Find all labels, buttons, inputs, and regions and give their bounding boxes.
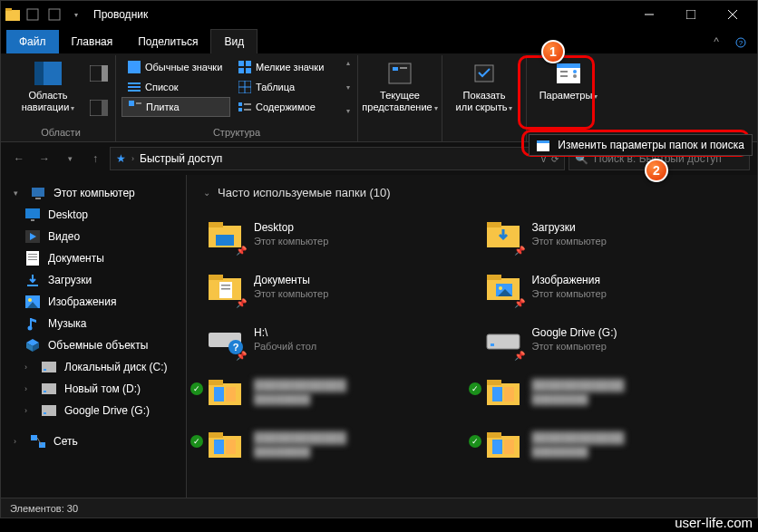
- sidebar-item-downloads[interactable]: Загрузки: [5, 269, 182, 291]
- folder-item[interactable]: ✓████████████████████: [481, 421, 742, 468]
- layout-normal[interactable]: Обычные значки: [121, 57, 230, 77]
- folder-item[interactable]: 📌ЗагрузкиЭтот компьютер: [481, 210, 742, 257]
- svg-rect-62: [44, 369, 46, 371]
- layout-table[interactable]: Таблица: [232, 77, 341, 97]
- svg-rect-32: [244, 109, 251, 111]
- sidebar-item-desktop[interactable]: Desktop: [5, 204, 182, 226]
- sidebar-item-disk-d[interactable]: ›Новый том (D:): [5, 378, 182, 400]
- folder-item[interactable]: ?📌H:\Рабочий стол: [203, 315, 463, 363]
- forward-button[interactable]: →: [34, 148, 55, 169]
- tab-share[interactable]: Поделиться: [125, 30, 210, 53]
- qat-dropdown[interactable]: ▾: [66, 5, 86, 24]
- chevron-right-icon: ›: [14, 437, 23, 446]
- sidebar-item-gdrive[interactable]: ›Google Drive (G:): [5, 400, 182, 421]
- quick-access-icon: ★: [116, 152, 126, 165]
- pin-icon: 📌: [514, 298, 525, 308]
- svg-rect-81: [487, 275, 501, 280]
- folder-item[interactable]: 📌ИзображенияЭтот компьютер: [481, 263, 742, 310]
- chevron-right-icon: ›: [24, 384, 34, 393]
- minimize-button[interactable]: [628, 1, 670, 28]
- drive-icon: [41, 402, 57, 419]
- svg-rect-67: [31, 435, 37, 440]
- up-button[interactable]: ↑: [84, 148, 106, 169]
- group-header[interactable]: ⌄ Часто используемые папки (10): [203, 186, 741, 199]
- pin-icon: 📌: [514, 246, 525, 256]
- titlebar: ▾ Проводник: [1, 1, 757, 28]
- sidebar-item-videos[interactable]: Видео: [5, 226, 182, 247]
- nav-pane-button[interactable]: Область навигации: [12, 57, 84, 115]
- address-field[interactable]: ★ › Быстрый доступ v ⟳: [110, 147, 565, 170]
- folder-item[interactable]: 📌DesktopЭтот компьютер: [203, 210, 463, 257]
- preview-pane-icon: [84, 59, 113, 88]
- sidebar-item-music[interactable]: Музыка: [5, 313, 182, 334]
- svg-rect-104: [487, 432, 501, 438]
- folder-sub: ████████: [532, 393, 625, 404]
- scroll-up-icon[interactable]: ▴: [346, 59, 350, 67]
- sidebar-item-3d[interactable]: Объемные объекты: [5, 334, 182, 356]
- folder-sub: Рабочий стол: [254, 341, 316, 352]
- options-button[interactable]: Параметры: [532, 57, 605, 103]
- folder-icon: 📌: [483, 214, 523, 254]
- svg-rect-95: [487, 383, 520, 405]
- scroll-down-icon[interactable]: ▾: [346, 83, 350, 92]
- close-button[interactable]: [712, 1, 753, 28]
- folder-item[interactable]: ✓████████████████████: [481, 368, 742, 415]
- preview-pane-button[interactable]: [88, 57, 110, 124]
- document-icon: [24, 250, 41, 266]
- tab-file[interactable]: Файл: [6, 30, 59, 53]
- content-area: ⌄ Часто используемые папки (10) 📌Desktop…: [187, 175, 757, 498]
- folder-item[interactable]: 📌Google Drive (G:)Этот компьютер: [481, 315, 742, 363]
- maximize-button[interactable]: [670, 1, 712, 28]
- folder-sub: ████████: [254, 393, 346, 404]
- svg-rect-15: [102, 100, 108, 116]
- folder-icon: [205, 372, 245, 411]
- current-view-button[interactable]: Текущее представление: [364, 57, 436, 115]
- tab-view[interactable]: Вид: [210, 29, 258, 53]
- folder-sub: Этот компьютер: [532, 288, 607, 299]
- svg-rect-13: [102, 65, 108, 82]
- ribbon: Область навигации Области Обычные значки…: [1, 53, 757, 142]
- layout-list[interactable]: Список: [121, 77, 230, 97]
- sidebar-item-this-pc[interactable]: ▾Этот компьютер: [5, 182, 182, 204]
- svg-rect-93: [214, 387, 224, 401]
- svg-rect-71: [209, 222, 223, 227]
- folder-sub: Этот компьютер: [532, 341, 617, 352]
- folder-sub: Этот компьютер: [254, 288, 328, 299]
- folder-name: ████████████: [532, 379, 625, 392]
- checkbox-icon: [470, 59, 499, 88]
- folder-item[interactable]: ✓████████████████████: [203, 368, 463, 415]
- svg-rect-38: [557, 63, 580, 68]
- svg-rect-102: [226, 440, 236, 454]
- layout-tiles[interactable]: Плитка: [121, 97, 230, 117]
- folder-item[interactable]: 📌ДокументыЭтот компьютер: [203, 263, 463, 310]
- folder-sub: Этот компьютер: [532, 236, 607, 247]
- folder-icon: 📌: [205, 214, 245, 254]
- breadcrumb[interactable]: Быстрый доступ: [140, 152, 222, 165]
- qat-button[interactable]: [23, 5, 43, 24]
- main-area: ▾Этот компьютер Desktop Видео Документы …: [1, 175, 757, 498]
- svg-rect-1: [5, 8, 12, 11]
- svg-rect-99: [209, 436, 241, 458]
- tab-home[interactable]: Главная: [59, 30, 126, 53]
- app-icon: [5, 6, 21, 23]
- layout-content[interactable]: Содержимое: [232, 97, 341, 117]
- back-button[interactable]: ←: [8, 148, 30, 169]
- sidebar-item-documents[interactable]: Документы: [5, 247, 182, 269]
- expand-icon[interactable]: ▾: [346, 107, 350, 115]
- folder-item[interactable]: ✓████████████████████: [203, 421, 463, 468]
- qat-button[interactable]: [44, 5, 64, 24]
- sidebar-item-disk-c[interactable]: ›Локальный диск (C:): [5, 356, 182, 378]
- show-hide-button[interactable]: Показать или скрыть: [448, 57, 520, 115]
- sidebar-item-network[interactable]: ›Сеть: [5, 430, 182, 452]
- recent-dropdown[interactable]: ▾: [59, 148, 81, 169]
- pin-icon: 📌: [236, 298, 247, 308]
- help-button[interactable]: ?: [730, 32, 757, 53]
- ribbon-collapse[interactable]: ^: [703, 30, 730, 53]
- svg-rect-0: [5, 10, 20, 21]
- svg-rect-64: [44, 391, 46, 392]
- layout-icon: [127, 60, 141, 74]
- layout-small[interactable]: Мелкие значки: [232, 57, 341, 77]
- sidebar-item-pictures[interactable]: Изображения: [5, 291, 182, 313]
- folder-sub: Этот компьютер: [254, 236, 328, 247]
- chevron-right-icon: ›: [24, 363, 34, 372]
